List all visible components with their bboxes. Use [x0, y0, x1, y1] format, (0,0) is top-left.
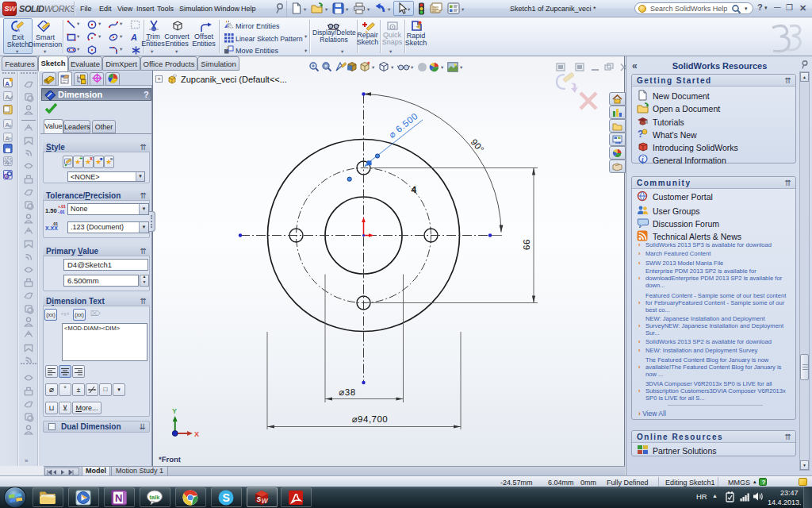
svg-text:?: ? — [638, 129, 643, 140]
svg-text:A: A — [5, 93, 10, 100]
svg-text:⌀94,700: ⌀94,700 — [352, 414, 389, 424]
svg-text:N: N — [115, 492, 122, 504]
svg-text:66: 66 — [522, 239, 531, 250]
svg-text:A: A — [5, 121, 10, 128]
svg-text:B: B — [9, 137, 12, 141]
svg-text:*Front: *Front — [159, 455, 182, 464]
svg-text:90°: 90° — [469, 137, 486, 155]
svg-text:Y: Y — [172, 407, 177, 415]
svg-text:W: W — [262, 497, 269, 505]
svg-text:A: A — [5, 79, 10, 87]
svg-text:⌀38: ⌀38 — [339, 387, 355, 397]
svg-text:X: X — [194, 430, 199, 438]
svg-text:4: 4 — [411, 184, 416, 195]
svg-text:talk: talk — [150, 494, 161, 501]
svg-text:S: S — [223, 491, 230, 504]
